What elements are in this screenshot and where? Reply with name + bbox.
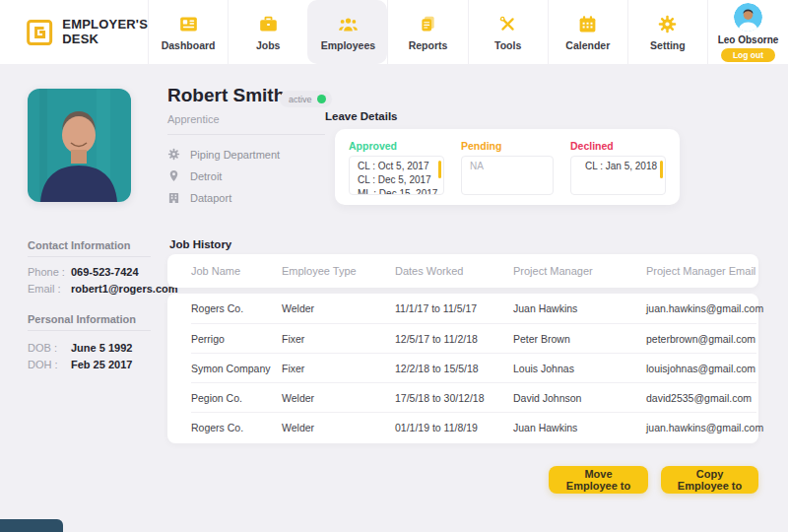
leave-details-title: Leave Details xyxy=(325,110,398,122)
tab-label: Employees xyxy=(321,39,375,51)
column-header-employee-type: Employee Type xyxy=(282,265,395,277)
tab-tools[interactable]: Tools xyxy=(468,0,548,64)
cell-job-name: Pegion Co. xyxy=(191,392,282,404)
phone-row: Phone : 069-523-7424 xyxy=(28,266,139,278)
reports-icon xyxy=(418,14,438,34)
tab-label: Tools xyxy=(494,39,521,51)
avatar-image xyxy=(734,3,762,32)
cell-dates-worked: 17/5/18 to 30/12/18 xyxy=(395,392,513,404)
job-history-header: Job Name Employee Type Dates Worked Proj… xyxy=(167,254,758,288)
cell-dates-worked: 11/1/17 to 11/5/17 xyxy=(395,302,513,314)
brand-logo[interactable]: EMPLOYER'S DESK xyxy=(0,0,148,64)
cell-dates-worked: 12/2/18 to 15/5/18 xyxy=(395,363,513,374)
table-row[interactable]: Rogers Co. Welder 11/1/17 to 11/5/17 Jua… xyxy=(191,294,756,324)
phone-value: 069-523-7424 xyxy=(71,266,139,278)
department-row: Piping Department xyxy=(167,148,280,161)
divider xyxy=(28,330,151,331)
copy-employee-button[interactable]: Copy Employee to xyxy=(661,466,758,494)
tab-jobs[interactable]: Jobs xyxy=(228,0,307,64)
gear-icon xyxy=(167,148,180,161)
employers-desk-logo-icon xyxy=(26,18,53,47)
page: EMPLOYER'S DESK Dashboard Jobs xyxy=(0,0,788,532)
email-row: Email : robert1@rogers.com xyxy=(28,283,178,295)
pending-leave-column: Pending NA xyxy=(461,140,554,194)
leave-details-card: Approved CL : Oct 5, 2017 CL : Dec 5, 20… xyxy=(335,129,680,205)
brand-name: EMPLOYER'S DESK xyxy=(62,18,148,46)
cell-dates-worked: 01/1/19 to 11/8/19 xyxy=(395,422,513,433)
contact-information-title: Contact Information xyxy=(28,239,131,251)
location-label: Detroit xyxy=(190,170,222,182)
gear-icon xyxy=(657,14,678,34)
employee-name: Robert Smith xyxy=(167,85,285,106)
table-row[interactable]: Rogers Co. Welder 01/1/19 to 11/8/19 Jua… xyxy=(191,413,756,442)
cell-project-manager-email: juan.hawkins@gmail.com xyxy=(646,422,763,433)
tab-label: Jobs xyxy=(256,39,281,51)
tab-label: Reports xyxy=(409,39,448,51)
location-row: Detroit xyxy=(167,169,222,182)
cell-employee-type: Fixer xyxy=(282,333,395,345)
doh-label: DOH : xyxy=(28,359,71,370)
logout-button[interactable]: Log out xyxy=(721,48,775,62)
employee-photo-image xyxy=(28,89,131,202)
divider xyxy=(28,256,151,257)
cell-employee-type: Welder xyxy=(282,422,395,433)
cell-project-manager-email: louisjohnas@gmail.com xyxy=(646,363,756,374)
tab-setting[interactable]: Setting xyxy=(627,0,707,64)
corner-accent-strip xyxy=(0,519,63,532)
department-label: Piping Department xyxy=(190,149,280,161)
cell-employee-type: Fixer xyxy=(282,363,395,374)
location-pin-icon xyxy=(167,169,180,182)
cell-job-name: Perrigo xyxy=(191,333,282,345)
pending-label: Pending xyxy=(461,140,554,152)
cell-dates-worked: 12/5/17 to 11/2/18 xyxy=(395,333,513,345)
employee-photo xyxy=(28,89,131,202)
user-section: Leo Obsorne Log out xyxy=(707,0,788,64)
tab-calendar[interactable]: Calender xyxy=(548,0,627,64)
cell-job-name: Rogers Co. xyxy=(191,302,282,314)
cell-project-manager-email: juan.hawkins@gmail.com xyxy=(646,302,763,314)
move-employee-button[interactable]: Move Employee to xyxy=(549,466,648,494)
leave-item: ML : Dec 15, 2017 xyxy=(358,187,435,195)
column-header-project-manager-email: Project Manager Email xyxy=(646,265,758,277)
active-status-dot xyxy=(317,95,326,103)
table-row[interactable]: Symon Company Fixer 12/2/18 to 15/5/18 L… xyxy=(191,354,756,383)
approved-label: Approved xyxy=(349,140,444,152)
dob-label: DOB : xyxy=(28,342,71,354)
doh-value: Feb 25 2017 xyxy=(71,359,132,370)
leave-item: CL : Oct 5, 2017 xyxy=(358,160,435,173)
cell-project-manager: Peter Brown xyxy=(513,333,646,345)
tab-label: Setting xyxy=(650,39,686,51)
personal-information-title: Personal Information xyxy=(28,313,136,325)
scrollbar-thumb[interactable] xyxy=(438,161,441,178)
column-header-project-manager: Project Manager xyxy=(513,265,646,277)
calendar-icon xyxy=(577,14,598,34)
cell-project-manager: Louis Johnas xyxy=(513,363,646,374)
cell-project-manager: David Johnson xyxy=(513,392,646,404)
company-row: Dataport xyxy=(167,191,231,204)
phone-label: Phone : xyxy=(28,266,71,278)
user-avatar[interactable] xyxy=(734,3,762,32)
user-name: Leo Obsorne xyxy=(718,34,779,45)
cell-job-name: Rogers Co. xyxy=(191,422,282,433)
email-label: Email : xyxy=(28,283,71,295)
tab-reports[interactable]: Reports xyxy=(387,0,467,64)
top-navigation: EMPLOYER'S DESK Dashboard Jobs xyxy=(0,0,788,64)
leave-item: CL : Jan 5, 2018 xyxy=(579,160,657,173)
cell-job-name: Symon Company xyxy=(191,363,282,374)
approved-leave-list[interactable]: CL : Oct 5, 2017 CL : Dec 5, 2017 ML : D… xyxy=(349,156,444,195)
pending-leave-list[interactable]: NA xyxy=(461,156,554,195)
cell-project-manager-email: david2535@gmail.com xyxy=(646,392,756,404)
tab-dashboard[interactable]: Dashboard xyxy=(148,0,228,64)
employees-icon xyxy=(338,14,359,34)
tab-employees[interactable]: Employees xyxy=(307,0,387,64)
leave-item: CL : Dec 5, 2017 xyxy=(358,173,435,187)
status-badge: active xyxy=(280,91,332,107)
scrollbar-thumb[interactable] xyxy=(660,161,663,178)
job-history-table: Rogers Co. Welder 11/1/17 to 11/5/17 Jua… xyxy=(167,294,758,443)
table-row[interactable]: Perrigo Fixer 12/5/17 to 11/2/18 Peter B… xyxy=(191,324,756,354)
table-row[interactable]: Pegion Co. Welder 17/5/18 to 30/12/18 Da… xyxy=(191,383,756,413)
column-header-dates-worked: Dates Worked xyxy=(395,265,513,277)
building-icon xyxy=(167,191,180,204)
declined-leave-list[interactable]: CL : Jan 5, 2018 xyxy=(570,156,666,195)
tab-label: Calender xyxy=(565,39,610,51)
